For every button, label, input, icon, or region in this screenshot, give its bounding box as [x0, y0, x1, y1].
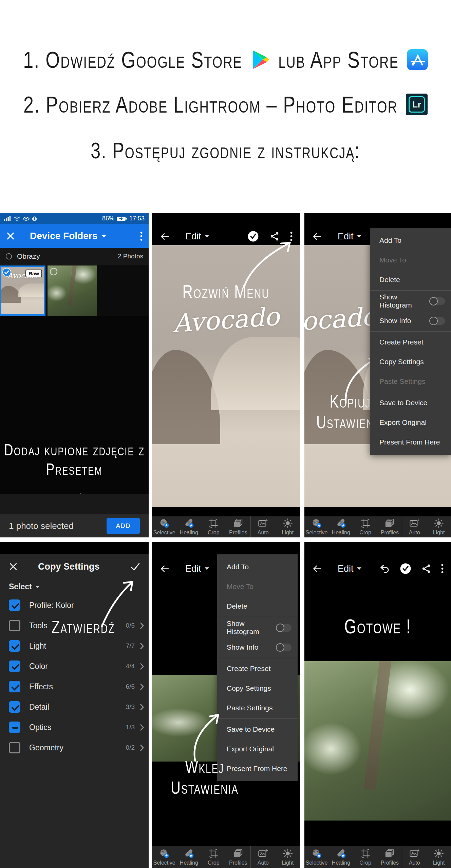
info-toggle[interactable]	[429, 317, 445, 325]
add-button[interactable]: ADD	[107, 518, 140, 534]
edit-title[interactable]: Edit	[185, 564, 201, 574]
overflow-menu-icon[interactable]	[140, 232, 143, 241]
done-icon[interactable]	[247, 231, 259, 242]
edit-toolbar: Selective Healing Crop Profiles Auto Lig…	[152, 846, 300, 868]
menu-item-export-original[interactable]: Export Original	[370, 413, 451, 432]
toolbar-auto[interactable]: Auto	[402, 516, 427, 537]
menu-item-create-preset[interactable]: Create Preset	[217, 659, 298, 678]
back-icon[interactable]	[159, 564, 170, 573]
toolbar-crop[interactable]: Crop	[353, 846, 378, 868]
toolbar-selective[interactable]: Selective	[304, 846, 329, 868]
menu-item-show-info[interactable]: Show Info	[217, 637, 298, 657]
toolbar-healing[interactable]: Healing	[329, 846, 353, 868]
settings-row-detail[interactable]: Detail3/3	[0, 697, 149, 717]
toolbar-profiles[interactable]: Profiles	[377, 516, 402, 537]
menu-divider	[370, 331, 451, 332]
checkbox-unchecked[interactable]	[9, 742, 20, 753]
undo-icon[interactable]	[379, 564, 390, 573]
edit-title[interactable]: Edit	[185, 231, 201, 242]
toolbar-label: Crop	[359, 860, 371, 866]
checkbox-unchecked[interactable]	[9, 620, 20, 631]
toolbar-auto[interactable]: Auto	[250, 516, 276, 537]
select-dropdown[interactable]: Select	[9, 582, 40, 591]
menu-item-copy-settings[interactable]: Copy Settings	[217, 678, 298, 698]
checkbox-checked[interactable]	[9, 681, 20, 692]
toolbar-light[interactable]: Light	[427, 846, 451, 868]
toolbar-profiles[interactable]: Profiles	[377, 846, 402, 868]
share-icon[interactable]	[270, 232, 279, 241]
device-folders-title[interactable]: Device Folders	[30, 231, 97, 241]
back-icon[interactable]	[312, 564, 322, 573]
overflow-menu-icon[interactable]	[441, 564, 444, 573]
eye-comfort-icon	[23, 217, 30, 221]
edit-title[interactable]: Edit	[338, 231, 354, 242]
settings-row-color[interactable]: Color4/4	[0, 656, 149, 676]
menu-item-paste-settings[interactable]: Paste Settings	[217, 698, 298, 718]
info-toggle[interactable]	[276, 644, 292, 651]
settings-row-effects[interactable]: Effects6/6	[0, 676, 149, 697]
toolbar-crop[interactable]: Crop	[201, 516, 226, 537]
toolbar-healing[interactable]: Healing	[329, 516, 353, 537]
toolbar-selective[interactable]: Selective	[304, 516, 329, 537]
histogram-toggle[interactable]	[429, 297, 445, 305]
overflow-menu-icon[interactable]	[290, 232, 293, 241]
menu-item-save-to-device[interactable]: Save to Device	[217, 719, 298, 739]
wifi-icon	[14, 216, 20, 221]
menu-item-copy-settings[interactable]: Copy Settings	[370, 352, 451, 372]
folder-count: 2 Photos	[118, 253, 143, 260]
menu-item-add-to[interactable]: Add To	[370, 231, 451, 250]
menu-item-create-preset[interactable]: Create Preset	[370, 332, 451, 352]
menu-item-delete[interactable]: Delete	[370, 270, 451, 290]
toolbar-selective[interactable]: Selective	[152, 516, 177, 537]
edit-title[interactable]: Edit	[338, 564, 354, 574]
done-icon[interactable]	[400, 563, 411, 574]
share-icon[interactable]	[421, 564, 431, 573]
menu-item-show-info[interactable]: Show Info	[370, 311, 451, 331]
menu-item-show-histogram[interactable]: Show Histogram	[370, 291, 451, 311]
toolbar-label: Light	[282, 530, 294, 536]
close-icon[interactable]	[9, 562, 18, 571]
menu-item-add-to[interactable]: Add To	[217, 557, 298, 577]
profiles-icon	[233, 848, 243, 859]
toolbar-crop[interactable]: Crop	[353, 516, 378, 537]
settings-row-profile[interactable]: Profile: Kolor	[0, 595, 149, 615]
toolbar-auto[interactable]: Auto	[250, 846, 276, 868]
menu-item-present-from-here[interactable]: Present From Here	[370, 432, 451, 452]
toolbar-light[interactable]: Light	[276, 846, 300, 868]
toolbar-profiles[interactable]: Profiles	[226, 516, 251, 537]
menu-item-save-to-device[interactable]: Save to Device	[370, 393, 451, 413]
settings-row-tools[interactable]: Tools0/5	[0, 615, 149, 636]
menu-item-show-histogram[interactable]: Show Histogram	[217, 618, 298, 637]
toolbar-healing[interactable]: Healing	[177, 516, 202, 537]
toolbar-crop[interactable]: Crop	[201, 846, 226, 868]
toolbar-label: Healing	[332, 860, 350, 866]
toolbar-light[interactable]: Light	[276, 516, 300, 537]
screenshot-paste-settings-menu: Edit Add To Move To Delete Show Histogra…	[152, 542, 300, 868]
close-icon[interactable]	[6, 232, 15, 240]
menu-item-present-from-here[interactable]: Present From Here	[217, 759, 298, 778]
thumbnail-selected[interactable]: Avocado Raw	[0, 265, 45, 316]
thumbnail-palm[interactable]	[48, 265, 97, 316]
histogram-toggle[interactable]	[276, 624, 292, 632]
settings-row-geometry[interactable]: Geometry0/2	[0, 737, 149, 758]
toolbar-auto[interactable]: Auto	[402, 846, 427, 868]
checkbox-partial[interactable]	[9, 722, 20, 733]
back-icon[interactable]	[312, 232, 322, 241]
toolbar-healing[interactable]: Healing	[177, 846, 202, 868]
folder-row[interactable]: Obrazy 2 Photos	[0, 248, 149, 265]
settings-row-optics[interactable]: Optics1/3	[0, 717, 149, 737]
toolbar-profiles[interactable]: Profiles	[226, 846, 251, 868]
toolbar-selective[interactable]: Selective	[152, 846, 177, 868]
back-icon[interactable]	[159, 232, 170, 241]
toolbar-light[interactable]: Light	[427, 516, 451, 537]
menu-item-delete[interactable]: Delete	[217, 596, 298, 616]
confirm-check-icon[interactable]	[131, 563, 140, 571]
select-circle-icon[interactable]	[5, 253, 12, 260]
checkbox-checked[interactable]	[9, 701, 20, 713]
checkbox-checked[interactable]	[9, 599, 20, 611]
settings-row-light[interactable]: Light7/7	[0, 636, 149, 656]
checkbox-checked[interactable]	[9, 660, 20, 672]
checkbox-checked[interactable]	[9, 640, 20, 652]
menu-item-export-original[interactable]: Export Original	[217, 739, 298, 759]
auto-icon	[409, 848, 419, 859]
